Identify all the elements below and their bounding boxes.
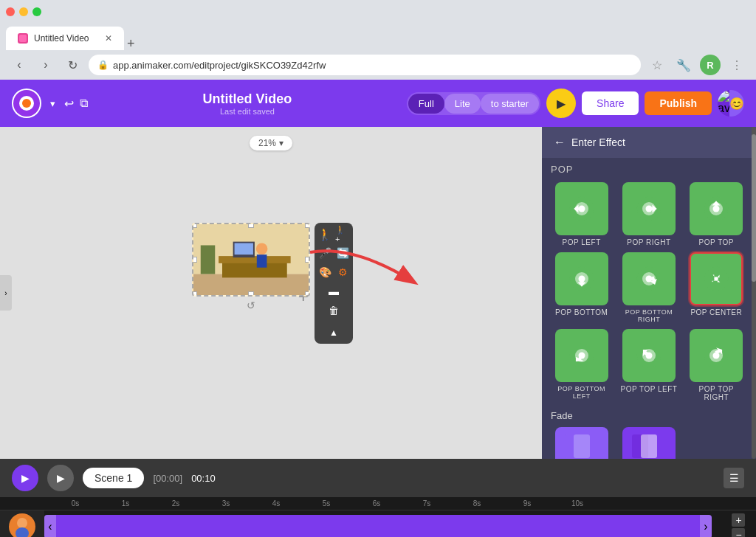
effect-pop-bottom[interactable]: POP BOTTOM <box>551 252 612 323</box>
fade-section-title: Fade <box>542 407 756 424</box>
ruler-mark-4: 4s <box>251 499 301 507</box>
ruler-mark-1: 1s <box>100 499 151 507</box>
effect-pop-bottom-right[interactable]: POP BOTTOM RIGHT <box>618 252 679 323</box>
starter-mode-button[interactable]: to starter <box>481 94 539 114</box>
share-button[interactable]: Share <box>582 91 639 115</box>
collapse-toolbar-button[interactable]: ▲ <box>317 325 350 341</box>
zoom-out-button[interactable]: − <box>732 528 745 537</box>
profile-icon[interactable]: R <box>700 55 721 75</box>
refresh-button[interactable]: ↻ <box>62 55 83 75</box>
fade-effect-1-btn[interactable] <box>555 427 608 459</box>
ruler-mark-3: 3s <box>201 499 251 507</box>
track-avatar-character <box>9 513 35 537</box>
timeline-block-character[interactable]: ‹ › <box>44 515 712 537</box>
last-saved-text: Last edit saved <box>97 107 398 116</box>
user-avatar-button[interactable]: 😊 <box>718 90 744 117</box>
scene-options-button[interactable]: ☰ <box>724 468 744 488</box>
effect-pop-top-btn[interactable] <box>690 182 743 235</box>
reload-button[interactable]: ↺ <box>192 299 310 311</box>
scene-image[interactable] <box>192 223 310 297</box>
ruler-mark-7: 7s <box>402 499 452 507</box>
swap-button[interactable]: 🔄 <box>335 245 350 261</box>
zoom-badge[interactable]: 21% ▾ <box>250 136 292 150</box>
effect-pop-top-left[interactable]: POP TOP LEFT <box>618 329 679 401</box>
effect-pop-top-label: POP TOP <box>699 238 734 246</box>
mic-button[interactable]: 🎤 <box>317 245 332 261</box>
scrollbar-track[interactable] <box>752 127 756 459</box>
fade-effect-2-btn[interactable] <box>622 427 676 459</box>
preview-play-button[interactable]: ▶ <box>546 89 576 118</box>
resize-handle-l[interactable] <box>192 257 197 263</box>
effect-pop-right[interactable]: POP RIGHT <box>618 182 679 246</box>
canvas-area: › 21% ▾ + <box>0 127 542 459</box>
scene-main-play-button[interactable]: ▶ <box>12 465 38 491</box>
new-tab-button[interactable]: + <box>127 37 135 50</box>
app-logo[interactable] <box>12 89 41 118</box>
zoom-in-button[interactable]: + <box>732 513 745 527</box>
effect-pop-bottom-left-btn[interactable] <box>555 329 608 382</box>
track-avatars <box>0 510 44 537</box>
scrollbar-thumb[interactable] <box>752 134 756 282</box>
lite-mode-button[interactable]: Lite <box>444 94 481 114</box>
svg-point-27 <box>715 277 718 280</box>
resize-handle-tl[interactable] <box>192 223 197 228</box>
resize-handle-b[interactable] <box>248 291 254 297</box>
add-character-button[interactable]: 🚶 <box>317 226 332 242</box>
tab-close-button[interactable]: ✕ <box>105 33 112 44</box>
effect-pop-left-btn[interactable] <box>555 182 608 235</box>
effect-pop-top-left-label: POP TOP LEFT <box>621 385 678 393</box>
resize-handle-r[interactable] <box>305 257 310 263</box>
timeline-resize-right[interactable]: › <box>700 515 712 537</box>
menu-icon[interactable]: ⋮ <box>726 55 747 75</box>
header-center: Untitled Video Last edit saved <box>97 91 398 116</box>
forward-button[interactable]: › <box>35 55 56 75</box>
effects-grid: POP LEFT POP RIGHT <box>542 176 756 407</box>
effect-pop-top[interactable]: POP TOP <box>686 182 747 246</box>
effect-pop-center-btn[interactable] <box>690 252 743 305</box>
settings-button[interactable]: ⚙ <box>335 264 350 280</box>
resize-handle-t[interactable] <box>248 223 254 228</box>
star-icon[interactable]: ☆ <box>647 55 667 75</box>
effect-pop-bottom-left[interactable]: POP BOTTOM LEFT <box>551 329 612 401</box>
palette-button[interactable]: 🎨 <box>317 264 332 280</box>
fade-effect-2[interactable] <box>618 427 679 459</box>
extensions-icon[interactable]: 🔧 <box>673 55 694 75</box>
effect-pop-left[interactable]: POP LEFT <box>551 182 612 246</box>
effect-pop-bottom-right-label: POP BOTTOM RIGHT <box>618 308 679 323</box>
effect-pop-bottom-right-btn[interactable] <box>622 252 676 305</box>
resize-handle-tr[interactable] <box>305 223 310 228</box>
add-character-plus-button[interactable]: 🚶+ <box>335 226 350 242</box>
resize-handle-br[interactable] <box>305 291 310 297</box>
undo-button[interactable]: ↩ <box>64 97 74 111</box>
resize-handle-bl[interactable] <box>192 291 197 297</box>
copy-button[interactable]: ⧉ <box>80 97 88 111</box>
toolbar-row-3: 🎨 ⚙ <box>317 264 350 280</box>
effect-pop-top-right-btn[interactable] <box>690 329 743 382</box>
delete-button[interactable]: 🗑 <box>317 302 350 319</box>
back-button[interactable]: ‹ <box>9 55 30 75</box>
full-mode-button[interactable]: Full <box>408 94 444 114</box>
fade-effect-1[interactable] <box>551 427 612 459</box>
logo-dropdown-button[interactable]: ▾ <box>50 98 55 109</box>
tab-title: Untitled Video <box>34 33 89 44</box>
scene-secondary-play-button[interactable]: ▶ <box>47 465 74 491</box>
effect-pop-top-right-label: POP TOP RIGHT <box>686 385 747 401</box>
effect-pop-top-left-btn[interactable] <box>622 329 676 382</box>
effect-pop-bottom-btn[interactable] <box>555 252 608 305</box>
scene-toolbar: 🚶 🚶+ 🎤 🔄 🎨 ⚙ ▬ 🗑 <box>315 223 353 344</box>
effect-pop-center[interactable]: POP CENTER <box>686 252 747 323</box>
url-bar[interactable]: 🔒 app.animaker.com/editproject/gikSKCO39… <box>89 55 641 75</box>
scene-element-container: ↺ 🚶 🚶+ 🎤 🔄 🎨 ⚙ <box>192 223 310 311</box>
publish-button[interactable]: Publish <box>645 91 712 115</box>
effect-pop-right-btn[interactable] <box>622 182 676 235</box>
browser-tab[interactable]: Untitled Video ✕ <box>6 27 124 50</box>
bg-toggle-button[interactable]: ▬ <box>317 283 350 299</box>
toolbar-row-4: ▬ <box>317 283 350 299</box>
effect-pop-top-right[interactable]: POP TOP RIGHT <box>686 329 747 401</box>
timeline-resize-left[interactable]: ‹ <box>44 515 56 537</box>
sidebar-toggle[interactable]: › <box>0 275 12 311</box>
character-track: ‹ › <box>44 513 756 537</box>
effect-pop-right-label: POP RIGHT <box>627 238 670 246</box>
pop-section-title: Pop <box>542 158 756 176</box>
effects-back-button[interactable]: ← <box>554 136 566 149</box>
